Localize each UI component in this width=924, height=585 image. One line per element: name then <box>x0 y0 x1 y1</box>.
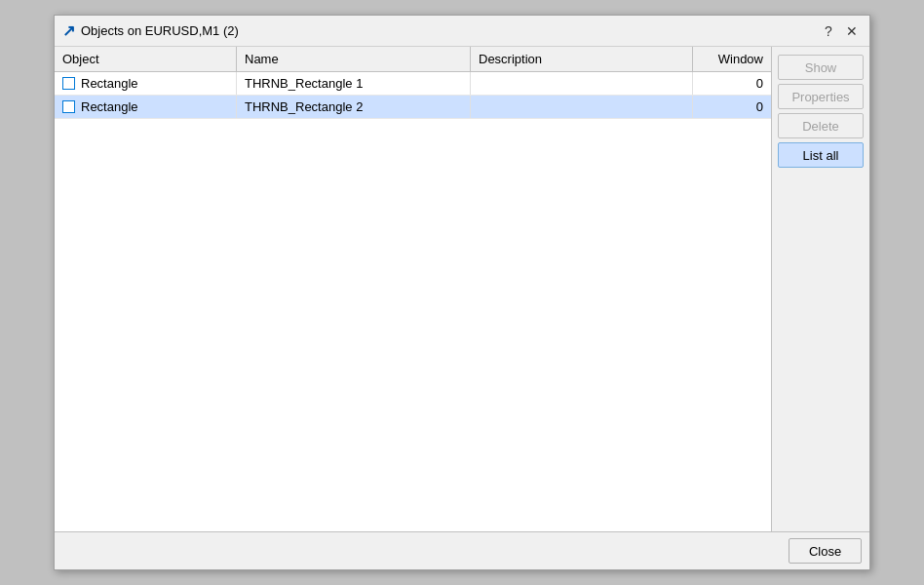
row-checkbox-0[interactable] <box>62 77 75 90</box>
row-checkbox-1[interactable] <box>62 100 75 113</box>
list-all-button[interactable]: List all <box>778 142 864 168</box>
cell-name-0: THRNB_Rectangle 1 <box>237 72 471 95</box>
title-bar: ↗ Objects on EURUSD,M1 (2) ? ✕ <box>55 16 869 47</box>
table-row[interactable]: Rectangle THRNB_Rectangle 2 0 <box>55 96 771 119</box>
show-button[interactable]: Show <box>778 55 864 80</box>
column-object: Object <box>55 47 237 71</box>
table-row[interactable]: Rectangle THRNB_Rectangle 1 0 <box>55 72 771 96</box>
row-object-label-1: Rectangle <box>81 99 138 114</box>
column-description: Description <box>471 47 693 71</box>
title-bar-controls: ? ✕ <box>819 21 862 41</box>
title-bar-left: ↗ Objects on EURUSD,M1 (2) <box>62 21 239 40</box>
content-area: Object Name Description Window Rectangle… <box>55 47 869 531</box>
cell-window-1: 0 <box>693 96 771 118</box>
cell-description-1 <box>471 96 693 118</box>
cell-object-0: Rectangle <box>55 72 237 95</box>
dialog-title: Objects on EURUSD,M1 (2) <box>81 23 239 38</box>
table-header: Object Name Description Window <box>55 47 771 72</box>
cell-name-1: THRNB_Rectangle 2 <box>237 96 471 118</box>
sidebar: Show Properties Delete List all <box>772 47 869 531</box>
column-name: Name <box>237 47 471 71</box>
table-area: Object Name Description Window Rectangle… <box>55 47 772 531</box>
properties-button[interactable]: Properties <box>778 84 864 109</box>
sidebar-spacer <box>778 172 864 524</box>
row-object-label-0: Rectangle <box>81 76 138 91</box>
delete-button[interactable]: Delete <box>778 113 864 138</box>
help-button[interactable]: ? <box>819 21 838 41</box>
cell-description-0 <box>471 72 693 95</box>
cell-object-1: Rectangle <box>55 96 237 118</box>
dialog-icon: ↗ <box>62 21 75 40</box>
footer-bar: Close <box>55 531 869 569</box>
cell-window-0: 0 <box>693 72 771 95</box>
column-window: Window <box>693 47 771 71</box>
objects-dialog: ↗ Objects on EURUSD,M1 (2) ? ✕ Object Na… <box>54 15 870 570</box>
close-button[interactable]: Close <box>789 538 862 564</box>
close-title-button[interactable]: ✕ <box>842 21 862 41</box>
table-body: Rectangle THRNB_Rectangle 1 0 Rectangle … <box>55 72 771 531</box>
